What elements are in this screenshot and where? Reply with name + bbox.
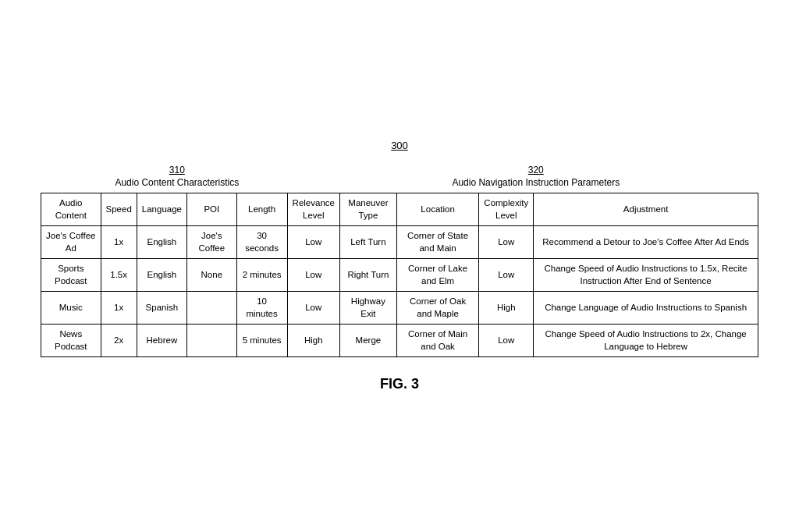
table-cell: 2 minutes: [236, 259, 287, 292]
table-cell: Change Language of Audio Instructions to…: [534, 292, 758, 325]
table-row: Sports Podcast1.5xEnglishNone2 minutesLo…: [41, 259, 758, 292]
table-row: News Podcast2xHebrew5 minutesHighMergeCo…: [41, 325, 758, 357]
col-header-language: Language: [137, 193, 186, 226]
table-cell: Low: [479, 325, 534, 357]
section-header-right: 320 Audio Navigation Instruction Paramet…: [314, 164, 758, 190]
col-header-length: Length: [236, 193, 287, 226]
table-cell: Low: [287, 292, 339, 325]
table-cell: Change Speed of Audio Instructions to 2x…: [534, 325, 758, 357]
table-cell: Corner of Oak and Maple: [396, 292, 478, 325]
section-header-left: 310 Audio Content Characteristics: [41, 164, 314, 190]
table-cell: Low: [479, 259, 534, 292]
table-cell: [186, 292, 236, 325]
section-left-label: Audio Content Characteristics: [41, 176, 314, 190]
section-headers: 310 Audio Content Characteristics 320 Au…: [41, 164, 758, 190]
table-cell: English: [137, 226, 186, 259]
table-cell: Change Speed of Audio Instructions to 1.…: [534, 259, 758, 292]
col-header-speed: Speed: [101, 193, 137, 226]
table-cell: Joe's Coffee Ad: [41, 226, 101, 259]
table-cell: Corner of State and Main: [396, 226, 478, 259]
page-container: 300 310 Audio Content Characteristics 32…: [25, 124, 774, 409]
table-cell: 30 seconds: [236, 226, 287, 259]
table-cell: Low: [287, 226, 339, 259]
table-row: Music1xSpanish10 minutesLowHighway ExitC…: [41, 292, 758, 325]
table-cell: Recommend a Detour to Joe's Coffee After…: [534, 226, 758, 259]
section-right-label: Audio Navigation Instruction Parameters: [314, 176, 758, 190]
main-table: AudioContent Speed Language POI Length R…: [41, 193, 758, 357]
table-cell: High: [287, 325, 339, 357]
col-header-audio-content: AudioContent: [41, 193, 101, 226]
table-cell: Joe's Coffee: [186, 226, 236, 259]
table-header-row: AudioContent Speed Language POI Length R…: [41, 193, 758, 226]
table-cell: Spanish: [137, 292, 186, 325]
col-header-relevance-level: RelevanceLevel: [287, 193, 339, 226]
col-header-poi: POI: [186, 193, 236, 226]
table-cell: Corner of Main and Oak: [396, 325, 478, 357]
table-cell: 1.5x: [101, 259, 137, 292]
figure-top-number: 300: [391, 140, 408, 151]
table-cell: Hebrew: [137, 325, 186, 357]
table-cell: 5 minutes: [236, 325, 287, 357]
table-cell: 2x: [101, 325, 137, 357]
table-cell: Merge: [339, 325, 396, 357]
table-cell: None: [186, 259, 236, 292]
table-cell: High: [479, 292, 534, 325]
section-right-number: 320: [314, 164, 758, 177]
table-row: Joe's Coffee Ad1xEnglishJoe's Coffee30 s…: [41, 226, 758, 259]
col-header-adjustment: Adjustment: [534, 193, 758, 226]
table-cell: Low: [287, 259, 339, 292]
col-header-maneuver-type: ManeuverType: [339, 193, 396, 226]
table-cell: Highway Exit: [339, 292, 396, 325]
col-header-location: Location: [396, 193, 478, 226]
table-cell: 10 minutes: [236, 292, 287, 325]
table-cell: Corner of Lake and Elm: [396, 259, 478, 292]
table-cell: Sports Podcast: [41, 259, 101, 292]
table-cell: Right Turn: [339, 259, 396, 292]
table-cell: News Podcast: [41, 325, 101, 357]
table-cell: Left Turn: [339, 226, 396, 259]
table-cell: Low: [479, 226, 534, 259]
table-cell: Music: [41, 292, 101, 325]
table-cell: 1x: [101, 292, 137, 325]
col-header-complexity-level: ComplexityLevel: [479, 193, 534, 226]
table-cell: 1x: [101, 226, 137, 259]
table-cell: English: [137, 259, 186, 292]
section-left-number: 310: [41, 164, 314, 177]
figure-caption: FIG. 3: [380, 376, 419, 392]
table-cell: [186, 325, 236, 357]
